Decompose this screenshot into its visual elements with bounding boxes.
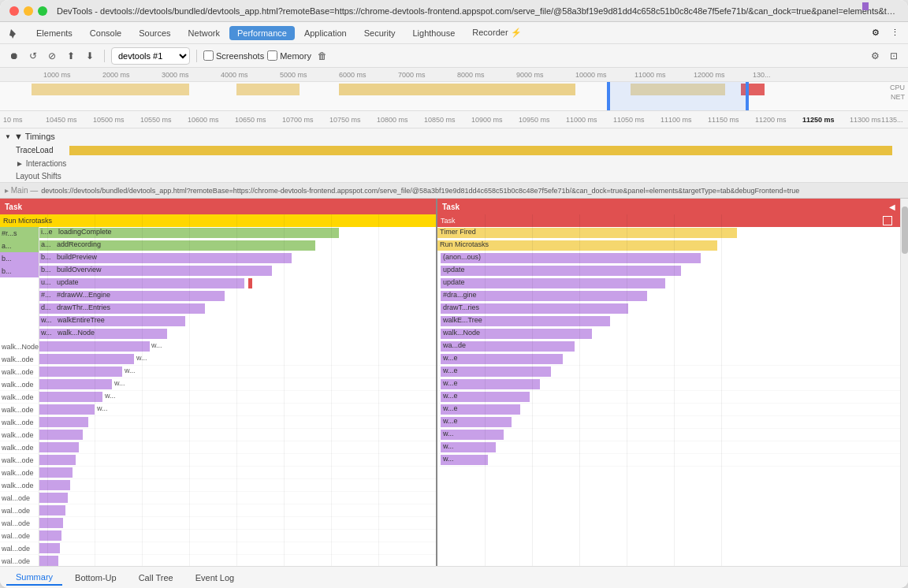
row-l8[interactable]: w... walkEntireTree [0,315,436,328]
right-we-row-3[interactable]: w...e [437,391,900,404]
row-l7[interactable]: d... drawThr...Entries [0,303,436,315]
interactions-label: ► Interactions [16,159,66,168]
inspect-button[interactable] [6,24,24,42]
tab-console[interactable]: Console [82,26,129,40]
walk-row-15[interactable]: wal...ode [0,542,436,555]
interactions-row[interactable]: ► Interactions [0,157,908,169]
settings-gear-icon[interactable]: ⚙ [867,48,883,64]
right-row-anon[interactable]: (anon...ous) [437,252,900,265]
tab-summary[interactable]: Summary [6,570,62,586]
right-we-row-2[interactable]: w...e [437,378,900,391]
walk-row-5[interactable]: walk...ode [0,416,436,429]
right-we-row-5[interactable]: w...e [437,416,900,429]
walk-row-7[interactable]: walk...ode [0,441,436,454]
walk-row-6[interactable]: walk...ode [0,429,436,441]
walk-row-1[interactable]: walk...odew... [0,366,436,378]
right-row-drawt[interactable]: drawT...ries [437,303,900,315]
row-l6[interactable]: #... #drawW...Engine [0,290,436,303]
tab-elements[interactable]: Elements [28,26,80,40]
tab-application[interactable]: Application [296,26,355,40]
timeline-overview[interactable]: 1000 ms 2000 ms 3000 ms 4000 ms 5000 ms … [0,68,908,111]
tick-1000: 1000 ms [43,71,71,79]
profile-select[interactable]: devtools #1 [111,47,190,65]
walk-row-14[interactable]: wal...ode [0,530,436,542]
row-l1[interactable]: #r...s i...e loadingComplete [0,227,436,240]
right-w-row-1[interactable]: w... [437,441,900,454]
screenshots-checkbox[interactable] [203,50,214,61]
tab-sources[interactable]: Sources [131,26,178,40]
settings-icon[interactable]: ⚙ [869,26,883,40]
download-button[interactable]: ⬇ [82,48,98,64]
walk-row-2-bar [39,379,112,389]
tab-recorder[interactable]: Recorder ⚡ [464,25,529,40]
dock-icon[interactable]: ⊡ [886,48,902,64]
walk-row-12[interactable]: wal...ode [0,504,436,517]
right-row-walkn[interactable]: walk...Node [437,328,900,341]
selection-left-handle[interactable] [607,82,610,111]
tab-security[interactable]: Security [356,26,404,40]
minimize-button[interactable] [24,6,33,16]
maximize-button[interactable] [38,6,47,16]
vertical-scrollbar[interactable] [900,199,908,566]
scrollbar-thumb[interactable] [902,207,908,254]
row-l3-bars: b... buildPreview [39,252,436,265]
row-run-microtasks[interactable]: Run Microtasks [0,214,436,227]
right-row-wade[interactable]: wa...de [437,341,900,353]
timings-header[interactable]: ▼ ▼ Timings [0,128,908,144]
walk-row-13[interactable]: wal...ode [0,517,436,530]
close-button[interactable] [9,6,19,16]
tab-lighthouse[interactable]: Lighthouse [404,26,463,40]
right-row-update1[interactable]: update [437,265,900,277]
right-expand-icon[interactable]: ◀ [889,203,895,211]
right-row-timer[interactable]: Timer Fired [437,227,900,240]
layout-shifts-row[interactable]: Layout Shifts [0,169,908,182]
right-row-draw[interactable]: #dra...gine [437,290,900,303]
traceload-row[interactable]: TraceLoad [0,144,908,157]
row-walk1[interactable]: walk...Node w... [0,341,436,353]
tab-bottom-up[interactable]: Bottom-Up [65,571,126,585]
clear-button[interactable]: ⊘ [44,48,60,64]
row-l4[interactable]: b... b... buildOverview [0,265,436,277]
walk-row-4[interactable]: walk...odew... [0,404,436,416]
row-l3[interactable]: b... b... buildPreview [0,252,436,265]
tab-performance[interactable]: Performance [229,26,295,40]
more-options-icon[interactable]: ⋮ [888,26,902,40]
right-microtasks-bar: Run Microtasks [437,240,717,251]
row-l9[interactable]: w... walk...Node [0,328,436,341]
flame-chart-area: Task Run Microtasks #r...s i...e loading… [0,199,908,566]
right-row-task[interactable]: Task [437,214,900,227]
walk-row-2[interactable]: walk...odew... [0,378,436,391]
right-w-row-2[interactable]: w... [437,454,900,467]
timeline-selection[interactable] [607,82,749,111]
row-l2[interactable]: a... a... addRecording [0,240,436,252]
l2-bar-add: a... addRecording [39,240,315,251]
right-we-row-0[interactable]: w...e [437,353,900,366]
walk-row-0[interactable]: walk...odew... [0,353,436,366]
right-we-row-1[interactable]: w...e [437,366,900,378]
walk-row-11[interactable]: wal...ode [0,492,436,504]
upload-button[interactable]: ⬆ [63,48,79,64]
walk-row-9[interactable]: walk...ode [0,467,436,479]
walk-row-10[interactable]: walk...ode [0,479,436,492]
row-l5[interactable]: u... update [0,277,436,290]
walk-row-16[interactable]: wal...ode [0,555,436,566]
memory-checkbox[interactable] [267,50,277,61]
tab-network[interactable]: Network [180,26,228,40]
reload-button[interactable]: ↺ [25,48,41,64]
tab-event-log[interactable]: Event Log [186,571,244,585]
right-row-update2[interactable]: update [437,277,900,290]
right-w-row-0[interactable]: w... [437,429,900,441]
l6-bar-draw: #... #drawW...Engine [39,291,225,301]
tab-call-tree[interactable]: Call Tree [129,571,183,585]
right-we-row-4[interactable]: w...e [437,404,900,416]
selection-right-handle[interactable] [746,82,749,111]
tick-6000: 6000 ms [339,71,367,79]
trash-button[interactable]: 🗑 [314,48,330,64]
right-flame-rows: Task Timer Fired Run Microtasks (anon...… [437,214,900,566]
record-button[interactable]: ⏺ [6,48,22,64]
right-row-microtasks[interactable]: Run Microtasks [437,240,900,252]
right-row-walke[interactable]: walkE...Tree [437,315,900,328]
walk-row-8[interactable]: walk...ode [0,454,436,467]
walk-row-3[interactable]: walk...odew... [0,391,436,404]
l5-red-marker [248,278,252,288]
